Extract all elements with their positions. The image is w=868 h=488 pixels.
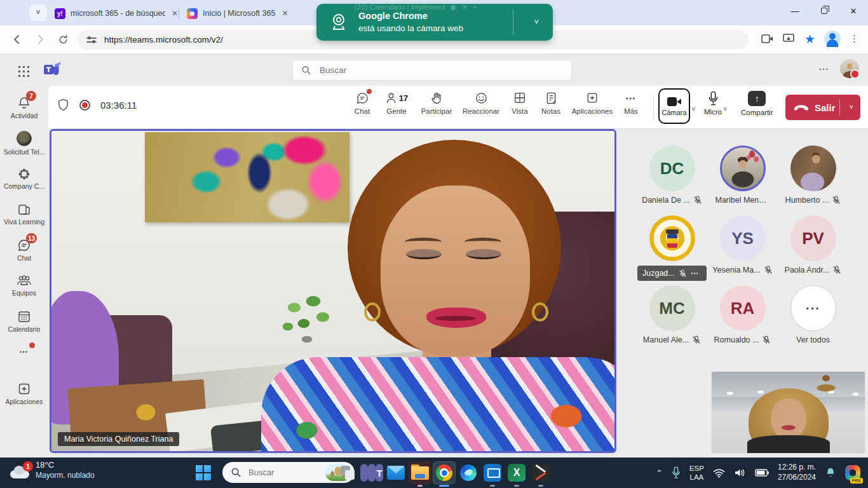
leave-button[interactable]: Salir ˅ [785,95,860,120]
tab-close-icon[interactable]: ✕ [280,9,289,18]
sidebar-item-company[interactable]: Company C... [0,161,48,196]
toolbar-notes-button[interactable]: Notas [536,90,566,115]
teams-icon [360,464,368,482]
excel-button[interactable]: X [505,461,528,484]
sidebar-item-calendario[interactable]: Calendario [0,303,48,339]
sidebar-item-chat[interactable]: 13 Chat [0,232,48,268]
smiley-icon [475,92,488,105]
window-minimize-button[interactable]: — [780,0,810,22]
camera-options-chevron[interactable]: ˅ [691,105,695,112]
tab-inicio-microsoft365[interactable]: Inicio | Microsoft 365 ✕ [187,5,314,22]
sidebar-item-aplicaciones[interactable]: Aplicaciones [0,376,48,411]
camera-usage-notification[interactable]: (20) Calendario | Implement◉✕+ Google Ch… [316,4,553,41]
running-indicator [417,485,423,487]
chrome-button[interactable] [433,461,456,484]
leave-options-chevron[interactable]: ˅ [850,103,853,111]
sidebar-item-actividad[interactable]: 7 Actividad [0,90,48,125]
reload-icon[interactable] [56,32,70,46]
mic-off-icon [692,336,701,344]
juzgado-label-pill[interactable]: Juzgad... ⋯ [637,266,707,281]
notification-expand-icon[interactable]: ˅ [534,17,539,27]
waffle-menu-icon[interactable] [17,64,29,77]
sidebar-item-viva-learning[interactable]: Viva Learning [0,196,48,232]
notification-bell-icon[interactable] [825,467,836,478]
window-close-button[interactable]: ✕ [839,0,868,22]
battery-icon[interactable] [755,469,769,477]
participant-tile[interactable]: YS Yesenia Ma... [707,215,778,285]
copilot-icon[interactable]: PRE [845,465,860,480]
running-indicator [439,485,449,487]
snipping-tool-button[interactable] [529,461,552,484]
participant-tile[interactable]: DC Daniela De ... [637,146,707,215]
start-button[interactable] [196,465,211,480]
file-explorer-button[interactable] [409,461,431,484]
browser-profile-avatar[interactable] [824,30,841,47]
teams-header-more-icon[interactable]: ⋯ [818,63,829,75]
tab-search-chevron-icon[interactable]: ˅ [29,4,47,21]
language-indicator[interactable]: ESPLAA [689,464,704,482]
share-button[interactable]: ↑ Compartir [741,91,773,116]
see-all-tile[interactable]: ··· Ver todos [778,285,848,355]
volume-icon[interactable] [734,468,746,478]
mic-off-icon [762,336,771,344]
people-icon [385,92,397,105]
taskbar-search-input[interactable] [247,467,317,478]
tab-microsoft365-search[interactable]: y! microsoft 365 - de búsqueda ✕ [55,5,179,22]
taskbar-search-box[interactable] [222,462,355,483]
bookmark-star-icon[interactable]: ★ [804,32,815,46]
avatar-initials: MC [649,285,695,331]
url-text: https://teams.microsoft.com/v2/ [104,35,223,44]
toolbar-apps-button[interactable]: Aplicaciones [568,90,616,115]
wifi-icon[interactable] [713,468,725,478]
scanner-app-button[interactable] [481,461,504,484]
open-in-window-icon[interactable] [783,34,796,44]
participant-tile[interactable]: MC Manuel Ale... [637,285,707,355]
toolbar-people-button[interactable]: 17 Gente [379,90,414,115]
toolbar-chat-button[interactable]: Chat [348,90,376,115]
teams-search-box[interactable] [292,60,572,81]
sidebar-item-solicitud[interactable]: Solicitud Tel... [0,125,48,161]
self-view-video[interactable] [712,372,865,453]
scanner-app-icon [484,464,501,482]
weather-widget[interactable]: 1 18°C Mayorm. nublado [9,460,95,480]
shield-icon[interactable] [57,98,69,112]
task-view-button[interactable] [336,461,359,484]
tab-label: microsoft 365 - de búsqueda [71,9,165,18]
teams-user-avatar[interactable] [840,59,859,78]
plant [275,288,339,352]
forward-icon[interactable] [33,32,47,46]
back-icon[interactable] [10,32,24,46]
webcam-icon [328,11,349,33]
toolbar-view-button[interactable]: Vista [506,90,534,115]
main-video-tile[interactable]: Maria Victoria Quiñonez Triana [50,129,616,453]
sidebar-more-apps[interactable]: ⋯ [0,339,48,364]
edge-button[interactable] [457,461,480,484]
tray-overflow-chevron[interactable]: ⌃ [656,468,663,478]
participant-tile-juzgado[interactable]: Juzgad... ⋯ [637,215,707,285]
participant-tile[interactable]: Maribel Mendo... [707,146,778,215]
browser-menu-icon[interactable]: ⋮ [850,33,859,44]
participant-more-icon[interactable]: ⋯ [691,269,699,278]
sidebar-item-equipos[interactable]: Equipos [0,268,48,303]
toolbar-raise-hand-button[interactable]: Participar [417,90,456,115]
toolbar-react-button[interactable]: Reaccionar [459,90,503,115]
window-restore-button[interactable] [810,0,839,22]
tab-close-icon[interactable]: ✕ [170,9,179,18]
site-settings-icon[interactable] [86,35,97,45]
clock[interactable]: 12:26 p. m.27/06/2024 [778,463,816,482]
participant-tile[interactable]: Humberto ... [778,146,848,215]
camera-toggle-button[interactable]: Cámara [658,88,690,124]
camera-in-use-icon[interactable] [761,34,774,44]
teams-search-input[interactable] [318,65,562,76]
mail-button[interactable] [384,461,407,484]
participant-tile[interactable]: RA Romualdo ... [707,285,778,355]
chat-alert-dot [367,89,372,94]
mic-toggle-button[interactable]: Micro [704,91,722,116]
teams-taskbar-button[interactable]: T [360,461,383,484]
toolbar-more-button[interactable]: ⋯ Más [619,90,643,115]
hangup-icon [793,104,810,111]
tab-divider [179,8,179,18]
mic-options-chevron[interactable]: ˅ [723,105,727,112]
tray-mic-icon[interactable] [672,466,681,479]
participant-tile[interactable]: PV Paola Andr... [778,215,848,285]
